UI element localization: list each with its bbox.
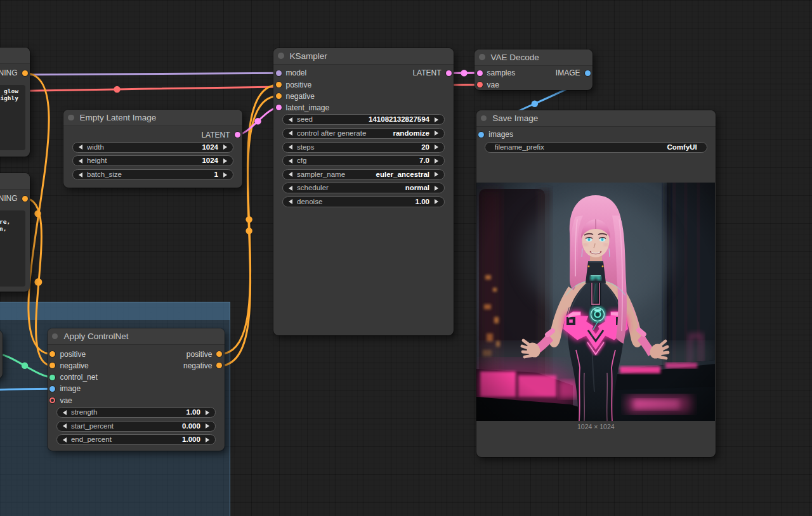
node-cut-off-left[interactable] bbox=[0, 330, 3, 379]
decrement-arrow-icon[interactable] bbox=[289, 145, 292, 150]
increment-arrow-icon[interactable] bbox=[206, 437, 209, 442]
decrement-arrow-icon[interactable] bbox=[79, 158, 82, 164]
increment-arrow-icon[interactable] bbox=[223, 145, 227, 150]
decrement-arrow-icon[interactable] bbox=[63, 423, 67, 429]
input-port-samples[interactable]: samples bbox=[477, 67, 520, 79]
output-port-conditioning[interactable]: ONING bbox=[0, 67, 28, 79]
widget-end-percent[interactable]: end_percent 1.000 bbox=[56, 434, 216, 445]
collapse-dot[interactable] bbox=[278, 53, 284, 59]
widget-label: scheduler bbox=[297, 183, 405, 193]
input-port-image[interactable]: image bbox=[49, 383, 85, 394]
increment-arrow-icon[interactable] bbox=[435, 158, 438, 164]
decrement-arrow-icon[interactable] bbox=[289, 199, 292, 204]
widget-steps[interactable]: steps 20 bbox=[282, 142, 445, 153]
output-port-conditioning[interactable]: ONING bbox=[0, 193, 28, 204]
input-port-control-net[interactable]: control_net bbox=[49, 371, 102, 383]
decrement-arrow-icon[interactable] bbox=[79, 172, 82, 177]
decrement-arrow-icon[interactable] bbox=[63, 410, 67, 415]
node-header[interactable]: KSampler bbox=[273, 48, 454, 65]
output-port-positive[interactable]: positive bbox=[182, 349, 223, 360]
widget-value: ComfyUI bbox=[667, 142, 697, 153]
node-ksampler[interactable]: KSampler model positive negative latent_… bbox=[273, 48, 454, 335]
port-label: images bbox=[488, 130, 513, 139]
decrement-arrow-icon[interactable] bbox=[79, 145, 82, 150]
prompt-text-line: re, bbox=[0, 218, 10, 225]
node-clip-text-encode-2[interactable]: ONING re, n, bbox=[0, 173, 30, 292]
widget-seed[interactable]: seed 141082132827594 bbox=[282, 114, 445, 125]
node-header[interactable] bbox=[0, 48, 30, 64]
port-label: image bbox=[60, 384, 81, 393]
collapse-dot[interactable] bbox=[479, 54, 485, 60]
port-label: negative bbox=[60, 361, 88, 370]
increment-arrow-icon[interactable] bbox=[223, 158, 227, 164]
widget-strength[interactable]: strength 1.00 bbox=[56, 407, 216, 418]
increment-arrow-icon[interactable] bbox=[435, 186, 438, 191]
input-port-latent-image[interactable]: latent_image bbox=[276, 102, 334, 113]
port-dot-conditioning bbox=[216, 363, 222, 368]
widget-filename-prefix[interactable]: filename_prefix ComfyUI bbox=[485, 142, 707, 153]
link-dot bbox=[22, 363, 28, 369]
output-port-image[interactable]: IMAGE bbox=[551, 67, 591, 79]
node-header[interactable]: Apply ControlNet bbox=[48, 328, 225, 345]
widget-width[interactable]: width 1024 bbox=[72, 142, 233, 153]
input-port-positive[interactable]: positive bbox=[49, 349, 90, 360]
increment-arrow-icon[interactable] bbox=[206, 410, 209, 415]
increment-arrow-icon[interactable] bbox=[223, 172, 227, 177]
prompt-textarea[interactable]: re, n, bbox=[0, 210, 25, 287]
decrement-arrow-icon[interactable] bbox=[289, 172, 292, 177]
widget-height[interactable]: height 1024 bbox=[72, 155, 233, 166]
node-vae-decode[interactable]: VAE Decode samples vae IMAGE bbox=[475, 49, 593, 90]
input-port-vae[interactable]: vae bbox=[49, 395, 76, 406]
decrement-arrow-icon[interactable] bbox=[289, 186, 292, 191]
decrement-arrow-icon[interactable] bbox=[289, 117, 292, 122]
collapse-dot[interactable] bbox=[481, 115, 487, 122]
decrement-arrow-icon[interactable] bbox=[289, 158, 292, 164]
port-label: control_net bbox=[60, 373, 97, 382]
input-port-negative[interactable]: negative bbox=[49, 360, 93, 371]
port-label: LATENT bbox=[201, 131, 230, 139]
input-port-positive[interactable]: positive bbox=[276, 79, 317, 91]
widget-label: control after generate bbox=[297, 128, 393, 139]
widget-start-percent[interactable]: start_percent 0.000 bbox=[56, 421, 216, 432]
comfyui-canvas[interactable]: { "app": "ComfyUI workflow graph", "colo… bbox=[0, 0, 812, 516]
node-clip-text-encode-1[interactable]: ONING glow highly bbox=[0, 48, 30, 157]
widget-denoise[interactable]: denoise 1.00 bbox=[282, 197, 445, 207]
output-port-negative[interactable]: negative bbox=[179, 360, 222, 371]
widget-scheduler[interactable]: scheduler normal bbox=[282, 183, 445, 193]
increment-arrow-icon[interactable] bbox=[435, 199, 438, 204]
node-title: Save Image bbox=[492, 113, 538, 123]
node-save-image[interactable]: Save Image images filename_prefix ComfyU… bbox=[476, 110, 716, 457]
increment-arrow-icon[interactable] bbox=[206, 423, 209, 429]
widget-cfg[interactable]: cfg 7.0 bbox=[282, 155, 445, 166]
widget-sampler-name[interactable]: sampler_name euler_ancestral bbox=[282, 169, 445, 180]
increment-arrow-icon[interactable] bbox=[435, 172, 438, 177]
node-header[interactable]: Empty Latent Image bbox=[63, 110, 242, 126]
node-header[interactable] bbox=[0, 173, 30, 190]
input-port-negative[interactable]: negative bbox=[276, 91, 319, 102]
increment-arrow-icon[interactable] bbox=[435, 145, 438, 150]
node-header[interactable]: VAE Decode bbox=[475, 49, 593, 66]
port-label: ONING bbox=[0, 68, 18, 77]
port-label: vae bbox=[487, 81, 499, 89]
node-apply-controlnet[interactable]: Apply ControlNet positive negative contr… bbox=[48, 328, 225, 451]
increment-arrow-icon[interactable] bbox=[435, 131, 438, 136]
collapse-dot[interactable] bbox=[52, 333, 58, 340]
widget-label: seed bbox=[297, 114, 369, 125]
node-header[interactable]: Save Image bbox=[476, 110, 716, 127]
collapse-dot[interactable] bbox=[68, 115, 74, 121]
widget-control-after-generate[interactable]: control after generate randomize bbox=[282, 128, 445, 139]
node-empty-latent-image[interactable]: Empty Latent Image LATENT width 1024 hei… bbox=[63, 110, 242, 188]
increment-arrow-icon[interactable] bbox=[435, 117, 438, 122]
port-dot-conditioning bbox=[276, 93, 282, 99]
decrement-arrow-icon[interactable] bbox=[289, 131, 292, 136]
output-port-latent[interactable]: LATENT bbox=[197, 129, 240, 141]
widget-batch-size[interactable]: batch_size 1 bbox=[72, 169, 233, 180]
widget-label: filename_prefix bbox=[495, 142, 667, 153]
input-port-vae[interactable]: vae bbox=[477, 79, 504, 91]
decrement-arrow-icon[interactable] bbox=[63, 437, 67, 442]
input-port-model[interactable]: model bbox=[276, 67, 311, 79]
input-port-images[interactable]: images bbox=[478, 129, 518, 140]
prompt-textarea[interactable]: glow highly bbox=[0, 85, 25, 150]
output-port-latent[interactable]: LATENT bbox=[408, 67, 451, 79]
widget-label: width bbox=[87, 142, 202, 153]
